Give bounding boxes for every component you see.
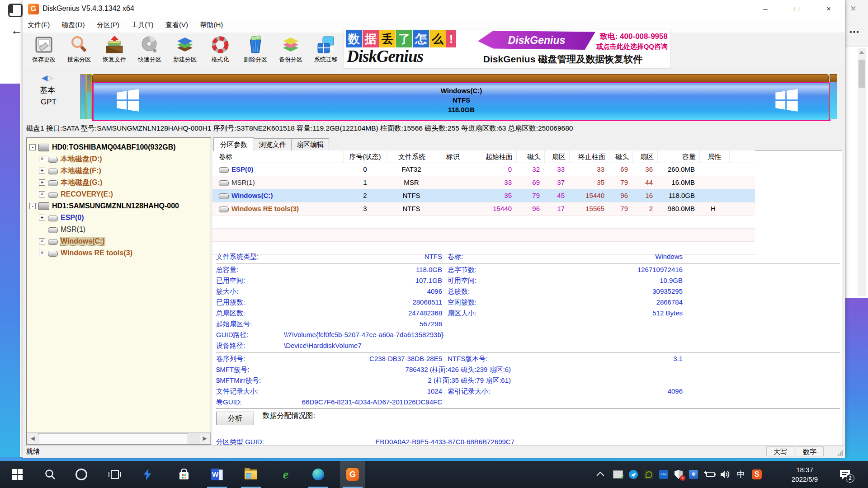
- scrollbar-thumb[interactable]: [38, 433, 188, 444]
- menu-view[interactable]: 查看(V): [160, 18, 193, 32]
- partition-slice-msr[interactable]: [86, 74, 92, 119]
- scroll-left-icon[interactable]: ◀: [27, 433, 38, 445]
- scroll-right-icon[interactable]: ▶: [199, 433, 211, 445]
- prev-disk-icon[interactable]: ◀: [42, 74, 47, 82]
- next-disk-icon[interactable]: ▷: [47, 74, 53, 82]
- tree-item-windows-c[interactable]: +Windows(C:): [27, 235, 211, 247]
- expander-icon[interactable]: -: [29, 144, 36, 150]
- menu-help[interactable]: 帮助(H): [195, 18, 228, 32]
- partition-icon: [219, 180, 229, 186]
- banner-qq-link[interactable]: 或点击此处选择QQ咨询: [596, 42, 668, 51]
- menu-tools[interactable]: 工具(T): [126, 18, 158, 32]
- tray-messenger[interactable]: [628, 469, 639, 480]
- snowflake-icon: ❄: [689, 470, 698, 479]
- taskbar-clock[interactable]: 18:37 2022/5/9: [782, 465, 827, 484]
- analyze-button[interactable]: 分析: [216, 412, 254, 425]
- diskgenius-taskbar-button[interactable]: G: [340, 461, 365, 488]
- tree-item-hd1[interactable]: -HD1:SAMSUNGMZNLN128HAHQ-000: [27, 200, 211, 212]
- app-flash-button[interactable]: [137, 461, 158, 488]
- tray-ime[interactable]: 中: [736, 469, 746, 480]
- search-partition-button[interactable]: 搜索分区: [61, 33, 97, 68]
- scrollbar-thumb[interactable]: [859, 60, 865, 88]
- expander-icon[interactable]: +: [39, 250, 45, 256]
- tray-snowflake-app[interactable]: ❄: [688, 469, 699, 480]
- system-migrate-button[interactable]: 系统迁移: [308, 33, 344, 68]
- edge-browser-button[interactable]: [308, 461, 329, 488]
- tab-sector-edit[interactable]: 扇区编辑: [291, 138, 329, 151]
- chevron-up-icon: [596, 472, 604, 479]
- partition-icon: [219, 206, 229, 212]
- menu-file[interactable]: 文件(F): [23, 18, 55, 32]
- partition-size: 118.0GB: [94, 105, 829, 114]
- browser-tab-icon: [8, 4, 23, 17]
- quick-partition-button[interactable]: 快速分区: [132, 33, 167, 68]
- delete-partition-button[interactable]: 删除分区: [238, 33, 273, 68]
- tray-nvidia[interactable]: [643, 469, 654, 480]
- partition-icon: [219, 193, 229, 199]
- partition-slice-re-tools[interactable]: [830, 82, 837, 119]
- tree-item-local-d[interactable]: +本地磁盘(D:): [27, 153, 211, 165]
- tray-defender[interactable]: ×: [673, 469, 684, 480]
- resize-grip[interactable]: [838, 450, 843, 456]
- promo-banner[interactable]: 数据丢了怎么! DiskGenius DiskGenius 致电: 400-00…: [344, 29, 671, 69]
- cortana-button[interactable]: [71, 461, 92, 488]
- tray-intel[interactable]: intel: [658, 469, 669, 480]
- tree-item-windows-re[interactable]: +Windows RE tools(3): [27, 247, 211, 259]
- partition-icon: [48, 192, 58, 198]
- tray-printer[interactable]: ✓: [613, 469, 623, 480]
- new-partition-button[interactable]: 新建分区: [167, 33, 203, 68]
- tree-item-local-g[interactable]: +本地磁盘(G:): [27, 177, 211, 188]
- tab-partition-params[interactable]: 分区参数: [213, 137, 254, 151]
- word-button[interactable]: W: [207, 461, 227, 488]
- close-button[interactable]: ×: [820, 3, 838, 15]
- tree-horizontal-scrollbar[interactable]: ◀ ▶: [27, 432, 211, 444]
- tree-item-hd0[interactable]: -HD0:TOSHIBAMQ04ABF100(932GB): [27, 141, 211, 153]
- minimize-button[interactable]: –: [756, 3, 774, 15]
- expander-icon[interactable]: +: [39, 191, 45, 197]
- tray-volume[interactable]: [720, 469, 731, 480]
- banner-tile: 丢: [379, 30, 396, 47]
- format-button[interactable]: 格式化: [203, 33, 238, 68]
- expander-icon[interactable]: +: [39, 168, 45, 174]
- expander-icon[interactable]: +: [39, 156, 45, 162]
- partition-fs: NTFS: [94, 95, 829, 105]
- microsoft-store-button[interactable]: [174, 461, 194, 488]
- diskgenius-window: G DiskGenius V5.4.3.1342 x64 – □ × 文件(F)…: [23, 0, 845, 457]
- expander-icon[interactable]: +: [39, 215, 45, 221]
- maximize-button[interactable]: □: [788, 3, 806, 15]
- intel-icon: intel: [659, 470, 668, 479]
- tray-power[interactable]: [703, 469, 716, 480]
- expander-icon[interactable]: -: [29, 203, 36, 209]
- backup-partition-button[interactable]: 备份分区: [273, 33, 308, 68]
- disk-nav-arrows[interactable]: ◀▷: [42, 73, 53, 83]
- task-view-button[interactable]: [104, 461, 125, 488]
- taskbar-search-button[interactable]: [40, 461, 61, 488]
- start-button[interactable]: [7, 461, 28, 488]
- save-changes-button[interactable]: 保存更改: [26, 33, 61, 68]
- notification-center-button[interactable]: 2: [839, 469, 851, 480]
- tree-item-recovery-e[interactable]: +RECOVERY(E:): [27, 188, 211, 200]
- menu-disk[interactable]: 磁盘(D): [57, 18, 90, 32]
- recover-files-button[interactable]: 恢复文件: [97, 33, 132, 68]
- background-scrollbar[interactable]: [858, 48, 866, 296]
- expander-icon[interactable]: +: [39, 238, 45, 244]
- partition-slice-windows-c[interactable]: Windows(C:) NTFS 118.0GB: [92, 82, 830, 121]
- scroll-up-icon[interactable]: [859, 51, 864, 54]
- tree-item-esp[interactable]: +ESP(0): [27, 212, 211, 224]
- tree-item-msr[interactable]: MSR(1): [27, 224, 211, 235]
- expander-icon[interactable]: +: [39, 179, 45, 186]
- tray-sogou[interactable]: S: [751, 469, 762, 480]
- tab-browse-files[interactable]: 浏览文件: [254, 138, 292, 151]
- table-row-windows-re[interactable]: Windows RE tools(3) 3 NTFS 15440 96 17 1…: [212, 202, 755, 216]
- file-explorer-button[interactable]: [241, 461, 261, 488]
- table-row-esp[interactable]: ESP(0) 0 FAT32 0 32 33 33 69 36 260.0MB: [212, 163, 755, 176]
- partition-slice-esp[interactable]: [80, 74, 86, 119]
- table-row-msr[interactable]: MSR(1) 1 MSR 33 69 37 35 79 44 16.0MB: [212, 176, 755, 189]
- tree-item-local-f[interactable]: +本地磁盘(F:): [27, 165, 211, 177]
- tray-expand-chevron[interactable]: [596, 469, 607, 480]
- layers-blue-icon: [175, 34, 195, 55]
- table-row-windows-c-selected[interactable]: Windows(C:) 2 NTFS 35 79 45 15440 96 16 …: [212, 189, 755, 202]
- disk-type-label: 基本: [40, 85, 55, 95]
- ie-browser-button[interactable]: e: [275, 461, 296, 488]
- menu-partition[interactable]: 分区(P): [92, 18, 124, 32]
